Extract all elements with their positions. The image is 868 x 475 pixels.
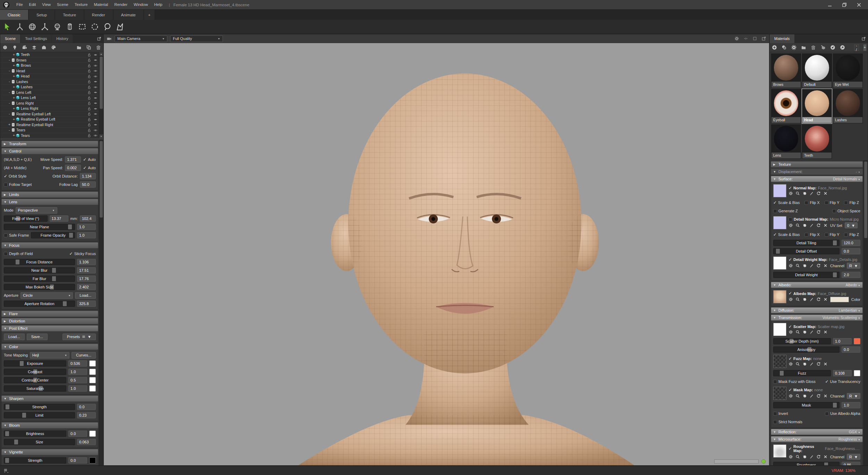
toggle-checkbox[interactable]: Safe Frame	[4, 233, 29, 237]
uv-set-dropdown[interactable]: 0▼	[845, 222, 858, 228]
material-tile-brows[interactable]: Brows	[771, 54, 801, 88]
checkbox-unchecked[interactable]	[4, 252, 8, 256]
toggle-checkbox[interactable]: Mask Fuzz with Gloss	[773, 379, 816, 384]
section-header[interactable]: ▼Albedo:Albedo ▼	[771, 282, 863, 288]
value-dropdown[interactable]: Hejl▼	[30, 352, 69, 359]
value-field[interactable]: 0.0	[842, 346, 860, 353]
checkbox-checked[interactable]: ✓	[788, 325, 792, 329]
slider-track[interactable]: Near Blur	[4, 267, 75, 273]
mode-dropdown[interactable]: Perspective▼	[16, 207, 57, 214]
close-icon[interactable]	[823, 454, 828, 459]
section-mode-dropdown[interactable]: Detail Normals ▼	[833, 177, 860, 181]
lock-open-icon[interactable]	[87, 106, 91, 111]
slider-track[interactable]: Saturation	[4, 385, 66, 392]
toggle-checkbox[interactable]: Invert	[773, 411, 788, 416]
slider-track[interactable]: Focus Distance	[4, 259, 75, 265]
material-tile-eye-wet[interactable]: Eye Wet	[833, 54, 863, 88]
toggle-checkbox[interactable]: Follow Target	[4, 182, 32, 187]
camera-select[interactable]: Main Camera ▼	[115, 35, 167, 42]
slider-track[interactable]: Limit	[4, 412, 75, 418]
slider-handle[interactable]	[22, 413, 26, 418]
sphere-preview-icon[interactable]	[802, 223, 807, 228]
gear-icon[interactable]	[788, 454, 793, 459]
eye-icon[interactable]	[93, 90, 98, 95]
action-button[interactable]: Save...	[27, 334, 48, 340]
tab-materials[interactable]: Materials	[770, 34, 794, 43]
slider-track[interactable]: Size	[4, 439, 75, 445]
action-button[interactable]: Curves...	[72, 352, 96, 359]
workspace-tab-classic[interactable]: Classic	[0, 10, 28, 20]
checkbox-checked[interactable]: ✓	[825, 380, 829, 384]
value-field[interactable]: 1.134	[80, 173, 96, 179]
checkbox-unchecked[interactable]	[4, 183, 8, 187]
material-tile-lashes[interactable]: Lashes	[833, 89, 863, 123]
tool-pivot[interactable]	[65, 22, 75, 32]
material-tile-lens[interactable]: Lens	[771, 124, 801, 159]
lock-open-icon[interactable]	[87, 58, 91, 62]
checkbox-checked[interactable]: ✓	[83, 166, 86, 170]
tab-history[interactable]: History	[52, 34, 73, 43]
value-field[interactable]: 0.0	[77, 404, 96, 410]
texture-thumbnail[interactable]	[773, 323, 786, 336]
section-header[interactable]: ▶Distortion	[1, 318, 98, 324]
value-field[interactable]: 0.0	[842, 248, 860, 254]
tree-row[interactable]: -Lens Left	[0, 90, 99, 96]
slider-track[interactable]: Contrast	[4, 369, 66, 375]
eye-half-icon[interactable]	[93, 63, 98, 68]
material-tile-default[interactable]: Default	[802, 54, 832, 88]
texture-thumbnail[interactable]	[773, 355, 786, 368]
checkbox-unchecked[interactable]	[825, 412, 829, 416]
lock-open-icon[interactable]	[87, 90, 91, 95]
pencil-icon[interactable]	[809, 394, 814, 398]
slider-track[interactable]: Brightness	[4, 431, 66, 437]
reload-icon[interactable]	[816, 223, 821, 228]
new-folder-icon[interactable]	[801, 45, 806, 50]
section-header[interactable]: ▼Surface:Detail Normals ▼	[771, 176, 863, 182]
section-header[interactable]: ▼Vignette	[1, 449, 98, 455]
section-header[interactable]: ▼Microsurface:Roughness ▼	[771, 436, 863, 442]
slider-track[interactable]: Strength	[4, 457, 66, 464]
section-header[interactable]: ▼Diffusion:Lambertian ▼	[771, 307, 863, 313]
action-button[interactable]: Load...	[4, 334, 25, 340]
color-swatch[interactable]	[89, 457, 96, 464]
close-icon[interactable]	[823, 223, 828, 228]
section-mode-dropdown[interactable]: Volumetric Scattering ▼	[823, 316, 860, 320]
panel-scrollbar[interactable]	[99, 140, 103, 465]
material-tile-head[interactable]: Head	[802, 89, 832, 123]
tree-expander[interactable]: +	[12, 85, 16, 89]
scroll-thumb[interactable]	[100, 141, 103, 218]
pencil-icon[interactable]	[809, 454, 814, 459]
material-tile-teeth[interactable]: Teeth	[802, 124, 832, 159]
tree-row[interactable]: +Lens Left	[0, 95, 99, 101]
auto-checkbox[interactable]: ✓Auto	[83, 157, 96, 162]
checkbox-checked[interactable]: ✓	[69, 252, 73, 256]
color-swatch[interactable]	[89, 360, 96, 367]
menu-help[interactable]: Help	[151, 0, 166, 9]
slider-track[interactable]: Detail Offset	[773, 248, 840, 254]
duplicate-material-icon[interactable]	[782, 45, 787, 50]
tree-row[interactable]: +Lens Right	[0, 106, 99, 112]
close-icon[interactable]	[823, 191, 828, 196]
toggle-checkbox[interactable]: ✓Use Translucency	[825, 379, 861, 384]
slider-handle[interactable]	[20, 361, 24, 366]
gear-icon[interactable]	[788, 394, 793, 398]
toggle-checkbox[interactable]: Object Space	[832, 209, 860, 213]
slider-handle[interactable]	[833, 272, 837, 277]
section-mode-dropdown[interactable]: GGX ▼	[849, 430, 860, 434]
color-swatch[interactable]	[89, 377, 96, 383]
checkbox-unchecked[interactable]	[788, 218, 792, 221]
value-field[interactable]: 0.108	[833, 370, 852, 376]
reload-icon[interactable]	[816, 362, 821, 366]
tree-expander[interactable]: -	[8, 58, 11, 62]
tool-rotate[interactable]	[27, 22, 37, 32]
lock-open-icon[interactable]	[87, 101, 91, 105]
eye-icon[interactable]	[93, 106, 98, 111]
slider-track[interactable]: Strength	[4, 404, 75, 410]
restore-button[interactable]	[842, 2, 847, 8]
lock-open-icon[interactable]	[87, 133, 91, 138]
material-counter-plus[interactable]: +	[863, 44, 866, 51]
toggle-checkbox[interactable]: Depth of Field	[4, 252, 33, 256]
pencil-icon[interactable]	[809, 191, 814, 196]
slider-handle[interactable]	[833, 240, 837, 245]
tree-expander[interactable]: -	[8, 80, 11, 83]
